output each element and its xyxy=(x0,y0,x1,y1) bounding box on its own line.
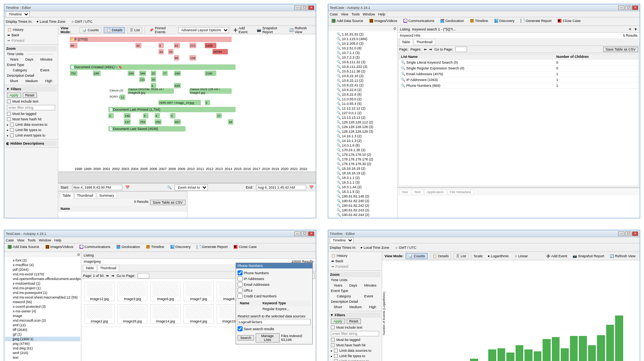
goto-page-input[interactable] xyxy=(138,273,149,278)
bar-2009[interactable]: 2009 xyxy=(516,264,524,361)
name-column[interactable]: Name xyxy=(58,206,187,212)
tree-item[interactable]: png (4746) xyxy=(5,341,80,346)
timeline-dropdown[interactable]: Timeline xyxy=(330,237,354,243)
search-button[interactable]: Search xyxy=(238,335,254,341)
local-time-radio[interactable]: ● Local Time Zone xyxy=(35,19,67,24)
table-tab[interactable]: Table xyxy=(60,192,74,199)
bar-2020[interactable]: 2020 xyxy=(615,264,623,361)
start-date-input[interactable] xyxy=(72,185,122,190)
gmt-radio[interactable]: ○ GMT / UTC xyxy=(394,245,418,250)
tree-item[interactable]: 🔍 10.8.22.8 (2) xyxy=(329,88,396,92)
tree-item[interactable]: 🔍 10.8.111.222 (3) xyxy=(329,64,396,69)
thumbnail-item[interactable]: image2.jpg xyxy=(84,304,115,324)
thumbnail-item[interactable]: image28.jpg xyxy=(118,304,148,324)
tree-item[interactable]: 🔍 178.178.178.10 (2) xyxy=(329,152,396,157)
ip-tree[interactable]: 🔍 1.91.91.91 (2)🔍 10.1.115.0 (466)🔍 10.2… xyxy=(328,31,397,218)
maximize-button[interactable]: ☐ xyxy=(625,231,631,236)
close-button[interactable]: ✕ xyxy=(632,5,638,10)
tree-item[interactable]: 🔍 127.0.0.1 (2) xyxy=(329,111,396,115)
prev-page-icon[interactable]: ⬅ xyxy=(424,47,427,51)
filter-text-input[interactable] xyxy=(331,331,379,336)
tree-item[interactable]: 🔍 18.3.1.44 (2) xyxy=(329,185,396,189)
prev-page-icon[interactable]: ⬅ xyxy=(106,274,109,278)
bar-2006[interactable]: 2006 xyxy=(488,264,496,361)
thumbnail-item[interactable]: image3.jpg xyxy=(118,282,148,301)
tree-item[interactable]: 🔍 10.7.2.3 (3) xyxy=(329,55,396,60)
tree-item[interactable]: vnd.ms-powerpoint (1) xyxy=(5,290,80,295)
list-name-column[interactable]: List Name xyxy=(399,54,554,60)
timeline-button[interactable]: ⏱Timeline xyxy=(468,18,490,24)
tree-item[interactable]: 🔍 18.18.18.18 (2) xyxy=(329,166,396,171)
tree-item[interactable]: 🔍 11.0.55.0 (2) xyxy=(329,97,396,101)
detail-bar-doc-created[interactable]: 📄 Document Created (4591) 📎🔖 xyxy=(70,64,236,70)
tree-item[interactable]: 🔍 18.3.1.1 (3) xyxy=(329,180,396,185)
tree-item[interactable]: 🔍 11.0.55.4 (5) xyxy=(329,101,396,106)
menu-tools[interactable]: Tools xyxy=(27,238,35,242)
add-data-source-button[interactable]: ➕Add Data Source xyxy=(330,18,365,24)
tree-item[interactable]: 🔍 10.8.22.41 (2) xyxy=(329,83,396,88)
thumbnail-item[interactable]: image6.jpg xyxy=(150,282,180,301)
tree-item[interactable]: 🔍 18.3.1.5 (2) xyxy=(329,189,396,194)
generate-report-button[interactable]: 📄Generate Report xyxy=(195,244,229,250)
tree-item[interactable]: text xyxy=(5,355,80,360)
tree-item[interactable]: 🔍 18.3.1.1 (2) xyxy=(329,175,396,180)
reset-button[interactable]: Reset xyxy=(347,319,361,324)
zoom-select[interactable]: Zoom in/out to xyxy=(175,184,208,191)
log-radio[interactable]: ● Logarithmic xyxy=(486,253,511,259)
filters-header[interactable]: ▼ Filters xyxy=(5,86,57,92)
bar-2002[interactable]: 2002 xyxy=(452,264,460,361)
children-column[interactable]: Number of Children xyxy=(554,54,639,60)
thumbnail-item[interactable]: image12.jpg xyxy=(84,282,115,301)
linear-radio[interactable]: ○ Linear xyxy=(513,253,529,259)
minimize-button[interactable]: — xyxy=(618,231,624,236)
tree-item[interactable]: 🔍 1.91.91.91 (2) xyxy=(329,32,396,37)
bar-2012[interactable]: 2012 xyxy=(543,264,551,361)
tree-item[interactable]: pdf (2044) xyxy=(5,267,80,272)
next-page-icon[interactable]: ➡ xyxy=(111,274,115,278)
tree-item[interactable]: 🔍 190.61.82.240 (2) xyxy=(329,199,396,203)
tree-item[interactable]: 🔍 128.128.128.129 (3) xyxy=(329,129,396,134)
tree-item[interactable]: 🔍 190.61.82.244 (2) xyxy=(329,213,396,217)
tree-item[interactable]: 🔍 10.8.22.11 (2) xyxy=(329,78,396,83)
bar-2018[interactable]: 2018 xyxy=(597,264,605,361)
bar-2011[interactable]: 2011 xyxy=(534,264,542,361)
bar-2004[interactable]: 2004 xyxy=(470,264,478,361)
tree-item[interactable]: 🔍 190.61.82.242 (2) xyxy=(329,203,396,208)
zoom-header[interactable]: Zoom xyxy=(5,46,57,51)
bar-2019[interactable]: 2019 xyxy=(606,264,614,361)
tree-item[interactable]: 🔍 10.2.51.0 (8) xyxy=(329,46,396,51)
bar-2000[interactable]: 2000 xyxy=(434,264,442,361)
details-chart[interactable]: 📁 P (2703) 88 33 6 83 272 1429 33 33 247… xyxy=(58,34,316,166)
menu-case[interactable]: Case xyxy=(330,12,338,16)
titlebar[interactable]: Timeline - Editor — ☐ ✕ xyxy=(4,4,316,11)
search-opt-check[interactable]: IP Addresses xyxy=(238,276,311,282)
communications-button[interactable]: 💬Communications xyxy=(78,244,112,250)
keyword-table[interactable]: List Name Number of Children 🔍 Single Li… xyxy=(399,54,639,89)
tree-item[interactable]: 🔍 178.178.178.30 (2) xyxy=(329,162,396,166)
bar-2014[interactable]: 2014 xyxy=(561,264,569,361)
search-opt-check[interactable]: Credit Card Numbers xyxy=(238,293,311,299)
history-button[interactable]: 📋 History xyxy=(329,253,381,258)
tree-item[interactable]: x-ooxml-protected (3) xyxy=(5,304,80,309)
bar-2005[interactable]: 2005 xyxy=(479,264,487,361)
refresh-button[interactable]: 🔄 Refresh View xyxy=(287,26,314,35)
tree-item[interactable]: vnd.dwg (61) xyxy=(5,346,80,351)
titlebar[interactable]: TestCase - Autopsy 4.19.1 — ☐ ✕ xyxy=(328,4,640,11)
tree-item[interactable]: 🔍 14.0.1.6 (8) xyxy=(329,143,396,148)
zoom-header[interactable]: Zoom xyxy=(329,272,381,277)
thumbnail-item[interactable]: image7.jpg xyxy=(184,282,214,301)
save-csv-button[interactable]: Save Table as CSV xyxy=(150,200,185,205)
tree-item[interactable]: 🔍 14.10.1.3 (2) xyxy=(329,138,396,143)
timeline-overview[interactable] xyxy=(58,172,316,183)
communications-button[interactable]: 💬Communications xyxy=(401,18,436,24)
collapse-icon[interactable]: ⊙ xyxy=(77,253,80,256)
close-case-button[interactable]: ✖Close Case xyxy=(232,244,259,250)
tree-item[interactable]: gif (1) xyxy=(5,332,80,337)
tree-item[interactable]: vnd.ms-excel.sheet.macroenabled.12 (59) xyxy=(5,295,80,300)
bar-2008[interactable]: 2008 xyxy=(506,264,514,361)
back-button[interactable]: ⬅ Back xyxy=(329,258,381,264)
limit-ds-check[interactable] xyxy=(10,123,14,127)
details-button[interactable]: 📋 Details xyxy=(104,27,125,33)
table-tab[interactable]: Table xyxy=(399,39,413,45)
filter-text-input[interactable] xyxy=(7,105,55,110)
